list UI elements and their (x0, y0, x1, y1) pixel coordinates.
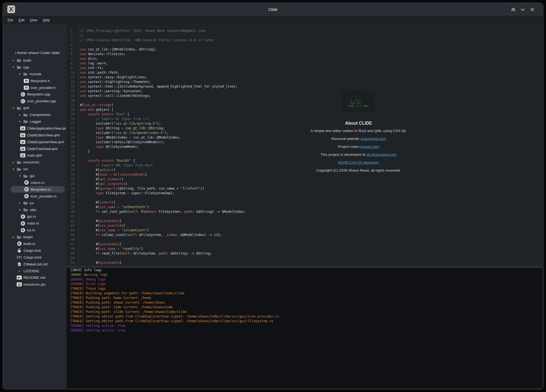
menu-item-edit[interactable]: Edit (16, 16, 27, 24)
tree-item-filesystem-cpp[interactable]: Cfilesystem.cpp (4, 91, 66, 98)
tree-item-label: target (23, 235, 33, 239)
tree-item-label: icon_provider.h (31, 86, 56, 90)
line-number: 49 (71, 251, 78, 256)
file-tree: ▸build▾cpp▾includeHfilesystem.hHicon_pro… (4, 57, 66, 288)
tree-item-clidetreeview-qml[interactable]: QtClideTreeView.qml (4, 145, 66, 152)
link-git-shaunreed-com[interactable]: git.shaunreed.com (366, 152, 397, 157)
line-number: 32 (71, 172, 78, 177)
ascii-art-box: * | .===. {}o o{} ·-oo0--(_)--0oo-· (342, 90, 375, 113)
lock-file-icon (17, 249, 22, 253)
line-number: 1 (71, 29, 78, 33)
tree-item-logger[interactable]: ▸Logger (4, 118, 66, 125)
tree-item-label: Components (30, 113, 51, 117)
line-number: 34 (71, 182, 78, 186)
tree-item-tui-rs[interactable]: Rtui.rs (4, 227, 66, 234)
chevron-right-icon[interactable]: ▸ (19, 202, 21, 204)
rs-file-icon: R (24, 180, 29, 185)
tree-item-qml[interactable]: ▾qml (4, 104, 66, 111)
tree-item-cargo-lock[interactable]: Cargo.lock (4, 247, 66, 254)
tree-item-tui[interactable]: ▸tui (4, 200, 66, 207)
window-title: Clide (3, 3, 543, 16)
line-number: 9 (71, 66, 78, 70)
menu-item-file[interactable]: File (5, 16, 16, 24)
folder-closed-icon (16, 235, 22, 239)
line-number: 18 (71, 107, 78, 112)
tree-item-readme-md[interactable]: M↓README.md (4, 274, 66, 281)
tree-item-icon-provider-cpp[interactable]: Cicon_provider.cpp (4, 98, 66, 104)
tree-item-resources[interactable]: ▸resources (4, 159, 66, 166)
tree-item-include[interactable]: ▾include (4, 71, 66, 77)
tree-item-label: LICENSE (23, 269, 39, 273)
tree-item-gui[interactable]: ▾gui (4, 172, 66, 179)
tree-item-resources-qrc[interactable]: Qtresources.qrc (4, 281, 66, 288)
tree-item-filesystem-rs[interactable]: Rfilesystem.rs (4, 186, 66, 193)
rs-file-icon: R (20, 221, 25, 226)
chevron-down-icon[interactable]: ▾ (12, 168, 15, 170)
tree-item-filesystem-h[interactable]: Hfilesystem.h (4, 77, 66, 84)
chevron-right-icon[interactable]: ▸ (19, 208, 21, 211)
chevron-right-icon[interactable]: ▸ (19, 120, 21, 123)
line-number: 17 (71, 103, 78, 107)
tree-item-label: Cargo.toml (23, 255, 41, 259)
code-line-10: use std::path::Path; (80, 70, 542, 75)
tree-item-label: tui.rs (27, 228, 35, 232)
line-number: 7 (71, 56, 78, 61)
tree-item-license[interactable]: ✶LICENSE (4, 268, 66, 274)
chevron-right-icon[interactable]: ▸ (12, 236, 15, 238)
rs-file-icon: R (20, 228, 25, 232)
tree-item-gui-rs[interactable]: Rgui.rs (4, 213, 66, 220)
line-number: 45 (71, 233, 78, 237)
editor-log-splitter[interactable] (66, 266, 542, 268)
tree-item-clideeditorview-qml[interactable]: QtClideEditorView.qml (4, 132, 66, 139)
file-explorer-panel[interactable]: / home/ shaun/ Code/ clide/ ▸build▾cpp▾i… (4, 24, 66, 388)
tree-item-icon-provider-h[interactable]: Hicon_provider.h (4, 84, 66, 91)
tree-item-icon-provider-rs[interactable]: Ricon_provider.rs (4, 193, 66, 200)
code-line-42: #[qinvokable] (80, 219, 542, 223)
chevron-down-icon[interactable]: ▾ (12, 107, 15, 109)
chevron-down-icon[interactable]: ▾ (12, 66, 15, 68)
tree-item-target[interactable]: ▸target (4, 234, 66, 240)
tree-item-cmakelists-txt[interactable]: CMakeLists.txt (4, 261, 66, 268)
minimize-button[interactable] (520, 7, 526, 13)
chevron-down-icon[interactable]: ▾ (19, 175, 21, 177)
maximize-button[interactable] (510, 7, 517, 13)
link-knoats-com[interactable]: knoats.com (360, 145, 379, 149)
chevron-down-icon[interactable]: ▾ (19, 73, 21, 75)
tree-item-label: gui.rs (27, 214, 36, 219)
title-bar[interactable]: Clide (3, 3, 543, 16)
tree-item-label: filesystem.h (31, 79, 50, 83)
tree-item-build-rs[interactable]: Rbuild.rs (4, 240, 66, 247)
rs-file-icon: R (24, 187, 29, 191)
close-button[interactable] (529, 7, 536, 13)
chevron-right-icon[interactable]: ▸ (19, 113, 21, 116)
tree-item-clideapplicationview-qml[interactable]: QtClideApplicationView.qml (4, 125, 66, 132)
folder-closed-icon (16, 58, 22, 62)
link-kdab-cxx-qt-repository[interactable]: KDAB CXX-Qt repository (338, 160, 379, 164)
tree-item-cpp[interactable]: ▾cpp (4, 64, 66, 71)
tree-item-main-qml[interactable]: Qtmain.qml (4, 152, 66, 159)
chevron-right-icon[interactable]: ▸ (12, 161, 15, 164)
code-line-3: // SPDX-License-Identifier: GNU General … (80, 38, 542, 43)
tree-item-label: README.md (23, 276, 45, 280)
tree-item-main-rs[interactable]: Rmain.rs (4, 220, 66, 227)
code-editor[interactable]: 1234567891011121314151617181920212223242… (66, 24, 542, 266)
menu-item-help[interactable]: Help (40, 16, 53, 24)
rs-file-icon: R (24, 194, 29, 198)
tree-item-build[interactable]: ▸build (4, 57, 66, 64)
code-line-49: fn read_file(self: &FileSystem, path: &Q… (80, 251, 542, 256)
log-console[interactable]: [INFO] Info logs[WARN] Warning logs[DEBU… (67, 268, 542, 388)
tree-item-clideexplorerview-qml[interactable]: QtClideExplorerView.qml (4, 139, 66, 145)
tree-item-utils[interactable]: ▸utils (4, 207, 66, 213)
code-line-33: #[qml_element] (80, 177, 542, 182)
tree-item-cargo-toml[interactable]: [T]Cargo.toml (4, 254, 66, 261)
tree-item-colors-rs[interactable]: Rcolors.rs (4, 179, 66, 186)
chevron-right-icon[interactable]: ▸ (12, 59, 15, 62)
line-number: 2 (71, 33, 78, 38)
tree-item-src[interactable]: ▾src (4, 166, 66, 172)
line-number: 29 (71, 158, 78, 163)
tree-item-components[interactable]: ▸Components (4, 111, 66, 118)
link-shaunreed-com[interactable]: shaunreed.com (360, 137, 386, 141)
menu-item-view[interactable]: View (27, 16, 40, 24)
code-line-2: // (80, 33, 542, 38)
line-number: 5 (71, 47, 78, 52)
